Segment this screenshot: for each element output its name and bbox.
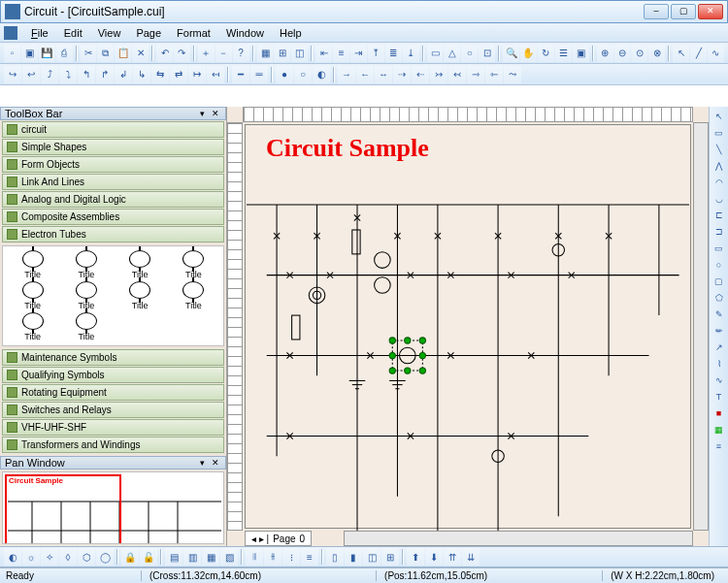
arrow-5-icon[interactable]: ⇠: [412, 66, 429, 83]
pan-viewport[interactable]: [5, 474, 121, 544]
layers-icon[interactable]: ☰: [555, 45, 572, 62]
pointer-tool-icon[interactable]: ↖: [711, 109, 727, 124]
endpoint-1-icon[interactable]: ●: [276, 66, 293, 83]
polyline-tool-icon[interactable]: ⋀: [711, 158, 727, 174]
conn-5-icon[interactable]: ↰: [78, 66, 95, 83]
zoom-100-icon[interactable]: ⊗: [648, 45, 665, 62]
dist-4-icon[interactable]: ≡: [301, 548, 318, 566]
menu-window[interactable]: Window: [218, 27, 272, 39]
scrollbar-horizontal[interactable]: [344, 531, 693, 546]
arrow-1-icon[interactable]: →: [338, 66, 355, 83]
print-icon[interactable]: ⎙: [56, 45, 73, 62]
pencil-icon[interactable]: ✎: [711, 307, 727, 322]
category-circuit[interactable]: circuit: [2, 121, 224, 138]
arrow-9-icon[interactable]: ⇽: [485, 66, 503, 83]
rect-tool-icon[interactable]: ▭: [427, 45, 444, 62]
pointer-icon[interactable]: ↖: [673, 45, 689, 62]
zoom-out-icon[interactable]: ⊖: [614, 45, 631, 62]
palette-item-8[interactable]: Title: [7, 312, 58, 341]
prop-3-icon[interactable]: ✧: [41, 548, 58, 566]
canvas[interactable]: Circuit Sample: [227, 107, 709, 546]
line-icon[interactable]: ╱: [690, 45, 707, 62]
unlock-icon[interactable]: 🔓: [140, 548, 157, 566]
scrollbar-vertical[interactable]: [693, 122, 709, 531]
help-icon[interactable]: ?: [233, 45, 249, 62]
hand-icon[interactable]: ✋: [520, 45, 537, 62]
category-maintenance-symbols[interactable]: Maintenance Symbols: [2, 349, 224, 366]
arrow-4-icon[interactable]: ⇢: [393, 66, 411, 83]
minimize-button[interactable]: –: [644, 4, 669, 19]
search-icon[interactable]: 🔍: [503, 45, 519, 62]
category-simple-shapes[interactable]: Simple Shapes: [2, 139, 224, 155]
palette-item-1[interactable]: Title: [60, 250, 112, 279]
page-tabs[interactable]: ◂ ▸ | Page 0: [245, 531, 312, 546]
order-2-icon[interactable]: ⬇: [425, 548, 443, 566]
menu-help[interactable]: Help: [272, 27, 310, 39]
open-icon[interactable]: ▣: [21, 45, 38, 62]
layer-2-icon[interactable]: ▥: [183, 548, 201, 566]
new-icon[interactable]: ▫: [4, 45, 20, 62]
palette-item-7[interactable]: Title: [168, 281, 219, 310]
bracket-icon[interactable]: ⊏: [711, 208, 727, 223]
delete-icon[interactable]: ✕: [132, 45, 149, 62]
endpoint-3-icon[interactable]: ◐: [313, 66, 330, 83]
prop-1-icon[interactable]: ◐: [4, 548, 21, 566]
category-vhf-uhf-shf[interactable]: VHF-UHF-SHF: [2, 419, 224, 436]
curve-icon[interactable]: ∿: [708, 45, 724, 62]
align-middle-icon[interactable]: ≣: [385, 45, 402, 62]
snap-icon[interactable]: ⊞: [274, 45, 290, 62]
maximize-button[interactable]: ▢: [671, 4, 696, 19]
prop-4-icon[interactable]: ◊: [59, 548, 77, 566]
line-style2-icon[interactable]: ═: [250, 66, 268, 83]
add-icon[interactable]: ＋: [198, 45, 215, 62]
endpoint-2-icon[interactable]: ○: [294, 66, 312, 83]
close-button[interactable]: ✕: [698, 4, 723, 19]
group-icon[interactable]: ▣: [573, 45, 589, 62]
palette-item-5[interactable]: Title: [60, 281, 112, 310]
wave-icon[interactable]: ∿: [711, 372, 727, 388]
align-center-icon[interactable]: ≡: [333, 45, 349, 62]
menu-format[interactable]: Format: [169, 27, 218, 39]
rect-tool2-icon[interactable]: ▭: [711, 241, 727, 256]
palette-item-3[interactable]: Title: [168, 250, 219, 279]
category-link-and-lines[interactable]: Link And Lines: [2, 174, 224, 190]
conn-11-icon[interactable]: ↦: [188, 66, 206, 83]
undo-icon[interactable]: ↶: [156, 45, 173, 62]
order-4-icon[interactable]: ⇊: [462, 548, 480, 566]
palette-item-2[interactable]: Title: [115, 250, 166, 279]
menu-file[interactable]: File: [23, 27, 56, 39]
pen-icon[interactable]: ✏: [711, 323, 727, 339]
rounded-rect-icon[interactable]: ▢: [711, 274, 727, 289]
circle-tool-icon[interactable]: ○: [461, 45, 478, 62]
align-left-icon[interactable]: ⇤: [315, 45, 332, 62]
arrow-7-icon[interactable]: ↢: [448, 66, 466, 83]
menu-view[interactable]: View: [90, 27, 129, 39]
paste-icon[interactable]: 📋: [115, 45, 131, 62]
conn-4-icon[interactable]: ⤵: [59, 66, 77, 83]
spiral-icon[interactable]: ⌇: [711, 356, 727, 372]
category-switches-and-relays[interactable]: Switches and Relays: [2, 402, 224, 418]
arrow-3-icon[interactable]: ↔: [375, 66, 392, 83]
text-tool-icon[interactable]: T: [711, 389, 727, 405]
arrow-6-icon[interactable]: ↣: [430, 66, 447, 83]
line-tool-icon[interactable]: ╲: [711, 142, 727, 157]
arc-tool-icon[interactable]: ◠: [711, 175, 727, 190]
conn-10-icon[interactable]: ⇄: [170, 66, 187, 83]
refresh-icon[interactable]: ↻: [538, 45, 554, 62]
dist-3-icon[interactable]: ⫶: [282, 548, 300, 566]
menu-edit[interactable]: Edit: [56, 27, 90, 39]
palette-item-0[interactable]: Title: [7, 250, 58, 279]
arrow-10-icon[interactable]: ⤳: [504, 66, 521, 83]
align-top-icon[interactable]: ⤒: [368, 45, 384, 62]
layer-1-icon[interactable]: ▤: [165, 548, 182, 566]
order-3-icon[interactable]: ⇈: [444, 548, 461, 566]
prop-5-icon[interactable]: ⬡: [78, 548, 95, 566]
conn-9-icon[interactable]: ⇆: [151, 66, 169, 83]
select-icon[interactable]: ◫: [291, 45, 308, 62]
arrow-2-icon[interactable]: ←: [356, 66, 374, 83]
category-form-objects[interactable]: Form Objects: [2, 156, 224, 173]
palette-item-6[interactable]: Title: [115, 281, 166, 310]
conn-7-icon[interactable]: ↲: [115, 66, 132, 83]
menu-page[interactable]: Page: [128, 27, 169, 39]
cut-icon[interactable]: ✂: [81, 45, 97, 62]
